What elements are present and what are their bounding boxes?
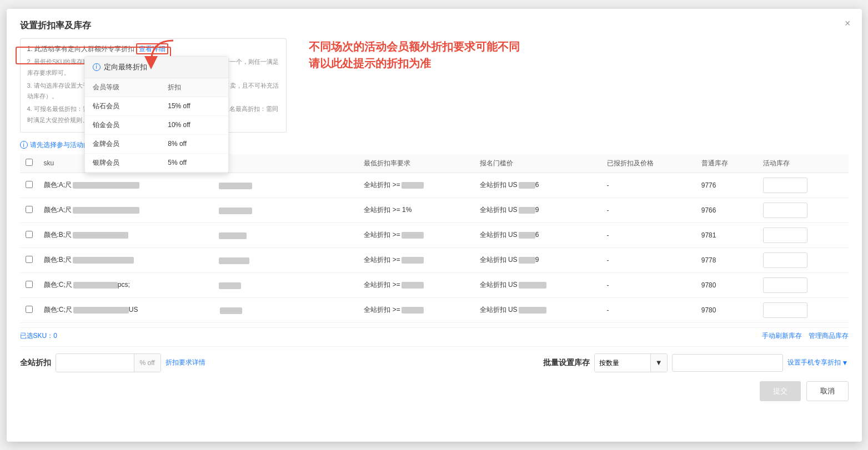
reported-discount-cell: - (601, 272, 696, 297)
popover-col-level: 会员等级 (85, 78, 160, 97)
modal-title: 设置折扣率及库存 (20, 20, 849, 32)
sku-spec-cell (213, 198, 286, 223)
price-cell (285, 247, 358, 272)
sku-cell: 颜色:B;尺 (38, 247, 213, 272)
price-cell (285, 198, 358, 223)
submit-button[interactable]: 提交 (760, 381, 801, 401)
reported-discount-cell: - (601, 198, 696, 223)
stock-section: 批量设置库存 按数量按比例 ▼ 设置手机专享折扣 ▼ (543, 353, 849, 372)
notice-row-1: 1. 此活动享有定向人群额外专享折扣 查看详细 (27, 43, 279, 55)
close-button[interactable]: × (845, 18, 851, 29)
popover-row: 金牌会员8% off (85, 134, 228, 153)
threshold-cell: 全站折扣 US9 (474, 198, 601, 223)
sku-spec-cell (213, 223, 286, 247)
stock-type-select[interactable]: 按数量按比例 (595, 354, 650, 372)
min-discount-cell: 全站折扣 >= (358, 223, 474, 247)
normal-stock-cell: 9780 (696, 272, 757, 297)
min-discount-cell: 全站折扣 >= (358, 272, 474, 297)
col-min-discount: 最低折扣率要求 (358, 154, 474, 173)
table-row: 颜色:B;尺全站折扣 >=全站折扣 US9-9778 (20, 247, 849, 272)
row-checkbox[interactable] (26, 256, 33, 263)
popover-row: 铂金会员10% off (85, 115, 228, 134)
normal-stock-cell: 9780 (696, 297, 757, 322)
price-cell (285, 223, 358, 247)
table-row: 颜色:C;尺pcs;全站折扣 >=全站折扣 US-9780 (20, 272, 849, 297)
price-cell (285, 272, 358, 297)
popover-row: 钻石会员15% off (85, 97, 228, 115)
col-normal-stock: 普通库存 (696, 154, 757, 173)
mobile-discount-link[interactable]: 设置手机专享折扣 ▼ (787, 358, 849, 367)
threshold-cell: 全站折扣 US6 (474, 173, 601, 198)
discount-section: 全站折扣 % off 折扣要求详情 (20, 353, 205, 372)
activity-stock-input[interactable] (763, 178, 807, 193)
right-notice: 不同场次的活动会员额外折扣要求可能不同 请以此处提示的折扣为准 (309, 38, 849, 136)
normal-stock-cell: 9778 (696, 247, 757, 272)
reported-discount-cell: - (601, 247, 696, 272)
table-row: 颜色:C;尺US全站折扣 >=全站折扣 US-9780 (20, 297, 849, 322)
col-reported: 已报折扣及价格 (601, 154, 696, 173)
popover-info-icon: i (93, 63, 101, 71)
discount-suffix: % off (134, 354, 160, 372)
popover-overlay: i 定向最终折扣 会员等级 折扣 钻石会员15% off铂金会员10% off金… (84, 56, 229, 173)
right-notice-text: 不同场次的活动会员额外折扣要求可能不同 请以此处提示的折扣为准 (309, 38, 849, 72)
footer-bar: 已选SKU：0 手动刷新库存 管理商品库存 (20, 327, 849, 344)
sku-cell: 颜色:C;尺US (38, 297, 213, 322)
reported-discount-cell: - (601, 297, 696, 322)
price-cell (285, 297, 358, 322)
refresh-stock-link[interactable]: 手动刷新库存 (762, 331, 802, 341)
popover-header: i 定向最终折扣 (85, 57, 228, 78)
normal-stock-cell: 9776 (696, 173, 757, 198)
view-detail-link[interactable]: 查看详细 (136, 43, 168, 54)
col-threshold: 报名门槛价 (474, 154, 601, 173)
row-checkbox[interactable] (26, 181, 33, 188)
normal-stock-cell: 9781 (696, 223, 757, 247)
discount-input-wrap: % off (56, 353, 161, 372)
activity-stock-cell (757, 247, 849, 272)
activity-stock-input[interactable] (763, 203, 807, 218)
modal-container: × 设置折扣率及库存 1. 此活动享有定向人群额外专享折扣 查看详细 2. 最低… (7, 9, 862, 442)
activity-stock-input[interactable] (763, 302, 807, 318)
sku-spec-cell (213, 173, 286, 198)
row-checkbox[interactable] (26, 306, 33, 313)
row-checkbox[interactable] (26, 206, 33, 213)
min-discount-cell: 全站折扣 >= (358, 297, 474, 322)
table-row: 颜色:A;尺全站折扣 >= 1%全站折扣 US9-9766 (20, 198, 849, 223)
stock-quantity-input[interactable] (672, 354, 783, 372)
stock-label: 批量设置库存 (543, 358, 590, 368)
activity-stock-cell (757, 173, 849, 198)
threshold-cell: 全站折扣 US9 (474, 247, 601, 272)
sku-spec-cell (213, 272, 286, 297)
col-activity-stock: 活动库存 (757, 154, 849, 173)
select-arrow-icon: ▼ (650, 354, 667, 372)
stock-select-wrap: 按数量按比例 ▼ (594, 353, 668, 372)
price-cell (285, 173, 358, 198)
activity-stock-input[interactable] (763, 252, 807, 268)
activity-stock-cell (757, 297, 849, 322)
discount-input[interactable] (56, 354, 134, 372)
activity-stock-cell (757, 272, 849, 297)
col-blank2 (285, 154, 358, 173)
popover-table: 会员等级 折扣 钻石会员15% off铂金会员10% off金牌会员8% off… (85, 78, 228, 173)
select-all-checkbox[interactable] (26, 159, 33, 166)
row-checkbox[interactable] (26, 281, 33, 288)
manage-stock-link[interactable]: 管理商品库存 (809, 331, 849, 341)
reported-discount-cell: - (601, 223, 696, 247)
cancel-button[interactable]: 取消 (806, 381, 849, 401)
discount-detail-link[interactable]: 折扣要求详情 (165, 358, 205, 367)
selected-count: 已选SKU：0 (20, 331, 57, 341)
row-checkbox[interactable] (26, 231, 33, 238)
activity-stock-cell (757, 198, 849, 223)
popover-row: 银牌会员5% off (85, 153, 228, 172)
min-discount-cell: 全站折扣 >= (358, 247, 474, 272)
discount-label: 全站折扣 (20, 358, 51, 368)
sku-cell: 颜色:A;尺 (38, 173, 213, 198)
activity-stock-cell (757, 223, 849, 247)
min-discount-cell: 全站折扣 >= 1% (358, 198, 474, 223)
activity-stock-input[interactable] (763, 277, 807, 293)
activity-stock-input[interactable] (763, 227, 807, 243)
table-row: 颜色:A;尺全站折扣 >=全站折扣 US6-9776 (20, 173, 849, 198)
action-buttons: 提交 取消 (20, 375, 849, 401)
sku-spec-cell (213, 297, 286, 322)
refresh-links: 手动刷新库存 管理商品库存 (762, 331, 849, 341)
threshold-cell: 全站折扣 US (474, 272, 601, 297)
